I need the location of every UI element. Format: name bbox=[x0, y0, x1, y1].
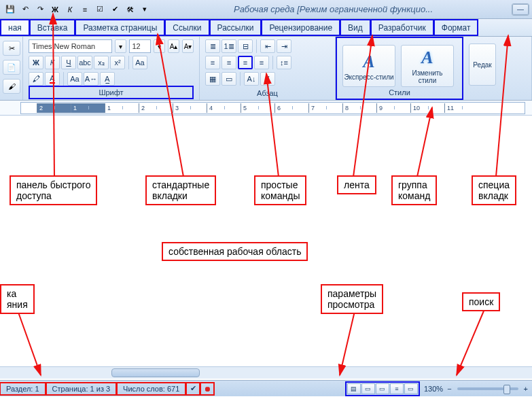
copy-icon[interactable]: 📄 bbox=[3, 60, 20, 75]
ribbon: ✂ 📄 🖌 Times New Roman ▾ 12 ▾ A▴ A▾ Ж К Ч… bbox=[0, 37, 532, 101]
bullets-icon[interactable]: ≡ bbox=[79, 3, 91, 16]
change-styles-button[interactable]: A Изменить стили bbox=[401, 45, 454, 87]
editing-button[interactable]: Редак bbox=[469, 44, 496, 86]
quick-access-toolbar: 💾 ↶ ↷ Ж К ≡ ☑ ✔ 🛠 ▾ bbox=[0, 3, 155, 16]
zoom-percent[interactable]: 130% bbox=[424, 385, 443, 393]
tools-icon[interactable]: 🛠 bbox=[124, 3, 136, 16]
font-name-dropdown-icon[interactable]: ▾ bbox=[115, 39, 126, 53]
shading-button[interactable]: ▦ bbox=[205, 72, 220, 86]
tab-references[interactable]: Ссылки bbox=[164, 19, 209, 36]
align-center-button[interactable]: ≡ bbox=[221, 56, 236, 69]
separator bbox=[240, 72, 241, 86]
tab-page-layout[interactable]: Разметка страницы bbox=[75, 19, 165, 36]
tab-review[interactable]: Рецензирование bbox=[261, 19, 340, 36]
ruler-tick: 2 bbox=[139, 103, 173, 113]
quick-styles-label: Экспресс-стили bbox=[344, 73, 393, 81]
format-painter-icon[interactable]: 🖌 bbox=[3, 79, 20, 94]
status-section[interactable]: Раздел: 1 bbox=[0, 382, 46, 396]
horizontal-scrollbar[interactable] bbox=[0, 366, 532, 379]
tab-format[interactable]: Формат bbox=[433, 19, 479, 36]
ruler-tick: 1 bbox=[105, 103, 139, 113]
tab-label: Формат bbox=[442, 23, 471, 33]
undo-icon[interactable]: ↶ bbox=[19, 3, 31, 16]
view-print-layout-icon[interactable]: ▤ bbox=[347, 383, 361, 394]
grow-font-icon[interactable]: A▴ bbox=[168, 39, 179, 53]
zoom-out-icon[interactable]: − bbox=[447, 385, 451, 393]
minimize-button[interactable]: — bbox=[512, 4, 529, 15]
bold-button[interactable]: Ж bbox=[29, 56, 43, 69]
change-case-icon[interactable]: Aa bbox=[67, 72, 82, 86]
status-record-icon[interactable]: ⏺ bbox=[200, 382, 215, 396]
paragraph-group-label: Абзац bbox=[205, 88, 330, 99]
font-group-label: Шрифт bbox=[29, 86, 194, 99]
char-border-icon[interactable]: A̲ bbox=[100, 72, 115, 86]
status-proofing-icon[interactable]: ✔ bbox=[185, 382, 200, 396]
indent-inc-button[interactable]: ⇥ bbox=[277, 39, 291, 53]
ruler-tick: 1 bbox=[71, 103, 105, 113]
align-justify-button[interactable]: ≡ bbox=[254, 56, 269, 69]
font-name-combo[interactable]: Times New Roman bbox=[29, 39, 112, 53]
font-size-dropdown-icon[interactable]: ▾ bbox=[154, 39, 165, 53]
view-draft-icon[interactable]: ▭ bbox=[404, 383, 418, 394]
cut-icon[interactable]: ✂ bbox=[3, 41, 20, 56]
qat-dropdown-icon[interactable]: ▾ bbox=[139, 3, 151, 16]
horizontal-ruler[interactable]: 2 1 1 2 3 4 5 6 7 8 9 10 11 bbox=[0, 101, 532, 116]
spellcheck-icon[interactable]: ✔ bbox=[109, 3, 121, 16]
italic-icon[interactable]: К bbox=[64, 3, 76, 16]
italic-button[interactable]: К bbox=[45, 56, 60, 69]
highlight-icon[interactable]: 🖍 bbox=[29, 72, 43, 86]
separator bbox=[128, 56, 129, 69]
status-word-count[interactable]: Число слов: 671 bbox=[116, 382, 186, 396]
ruler-tick: 11 bbox=[444, 103, 478, 113]
numbering-button[interactable]: 1≣ bbox=[221, 39, 236, 53]
sort-button[interactable]: A↓ bbox=[244, 72, 259, 86]
change-styles-icon: A bbox=[421, 48, 433, 68]
checkbox-icon[interactable]: ☑ bbox=[94, 3, 106, 16]
tab-developer[interactable]: Разработчик bbox=[370, 19, 434, 36]
line-spacing-button[interactable]: ↕≡ bbox=[277, 56, 291, 69]
tab-home[interactable]: ная bbox=[0, 19, 30, 36]
tab-label: Вид bbox=[348, 23, 363, 33]
zoom-slider[interactable] bbox=[457, 387, 518, 390]
shrink-font-icon[interactable]: A▾ bbox=[182, 39, 194, 53]
font-size-combo[interactable]: 12 bbox=[129, 39, 152, 53]
editing-group: Редак bbox=[463, 37, 532, 100]
clear-format-icon[interactable]: Aa bbox=[132, 56, 147, 69]
subscript-button[interactable]: x₂ bbox=[94, 56, 109, 69]
ruler-tick: 2 bbox=[37, 103, 71, 113]
indent-dec-button[interactable]: ⇤ bbox=[260, 39, 275, 53]
bullets-button[interactable]: ≣ bbox=[205, 39, 220, 53]
show-formatting-button[interactable]: ¶ bbox=[260, 72, 275, 86]
font-color-icon[interactable]: A bbox=[45, 72, 60, 86]
bold-icon[interactable]: Ж bbox=[49, 3, 61, 16]
align-right-button[interactable]: ≡ bbox=[238, 56, 253, 69]
borders-button[interactable]: ▭ bbox=[221, 72, 236, 86]
callout-qat: панель быстрого доступа bbox=[10, 175, 97, 205]
view-web-icon[interactable]: ▭ bbox=[376, 383, 389, 394]
quick-styles-button[interactable]: A Экспресс-стили bbox=[342, 45, 395, 87]
tab-mailings[interactable]: Рассылки bbox=[209, 19, 262, 36]
tab-label: Разметка страницы bbox=[83, 23, 157, 33]
save-icon[interactable]: 💾 bbox=[4, 3, 16, 16]
tab-insert[interactable]: Вставка bbox=[29, 19, 76, 36]
callout-simple-commands: простые команды bbox=[254, 175, 306, 205]
callout-state: ка яния bbox=[0, 284, 35, 314]
zoom-in-icon[interactable]: + bbox=[524, 385, 528, 393]
redo-icon[interactable]: ↷ bbox=[34, 3, 46, 16]
align-left-button[interactable]: ≡ bbox=[205, 56, 220, 69]
ruler-tick: 3 bbox=[173, 103, 207, 113]
char-scale-icon[interactable]: A↔ bbox=[84, 72, 99, 86]
view-outline-icon[interactable]: ≡ bbox=[390, 383, 404, 394]
view-full-read-icon[interactable]: ▭ bbox=[361, 383, 375, 394]
strike-button[interactable]: abc bbox=[77, 56, 92, 69]
callout-group: группа команд bbox=[391, 175, 437, 205]
superscript-button[interactable]: x² bbox=[110, 56, 125, 69]
multilevel-button[interactable]: ⊟ bbox=[238, 39, 253, 53]
ruler-tick: 5 bbox=[241, 103, 274, 113]
status-words-label: Число слов: 671 bbox=[123, 385, 179, 393]
underline-button[interactable]: Ч bbox=[61, 56, 76, 69]
scrollbar-thumb[interactable] bbox=[111, 368, 200, 377]
font-size-value: 12 bbox=[132, 42, 141, 50]
status-page[interactable]: Страница: 1 из 3 bbox=[46, 382, 118, 396]
tab-view[interactable]: Вид bbox=[340, 19, 371, 36]
